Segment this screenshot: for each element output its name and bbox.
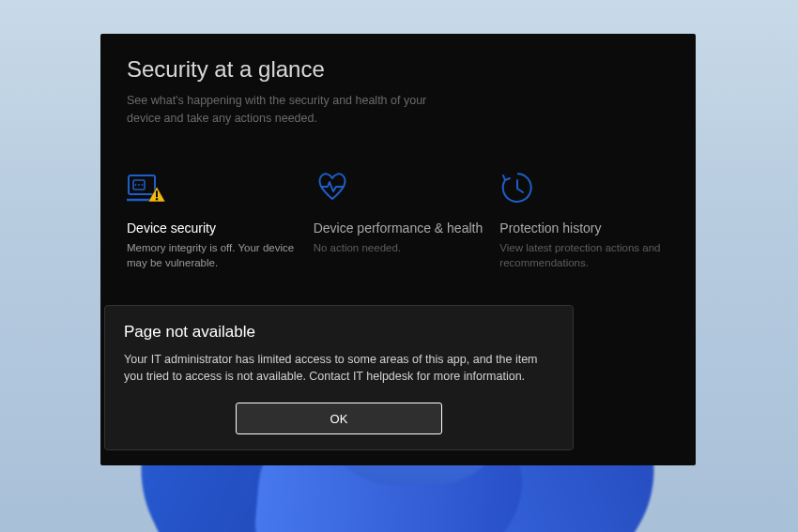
- svg-point-4: [138, 184, 140, 186]
- card-device-security[interactable]: Device security Memory integrity is off.…: [127, 169, 297, 270]
- card-device-performance[interactable]: Device performance & health No action ne…: [314, 169, 483, 270]
- card-title: Device security: [127, 220, 297, 236]
- device-security-icon: [127, 169, 297, 206]
- svg-point-3: [135, 184, 137, 186]
- card-protection-history[interactable]: Protection history View latest protectio…: [499, 169, 669, 270]
- svg-point-7: [156, 198, 158, 200]
- card-title: Protection history: [499, 220, 669, 236]
- page-title: Security at a glance: [127, 56, 669, 83]
- page-subtitle: See what's happening with the security a…: [127, 92, 446, 128]
- card-title: Device performance & health: [314, 220, 483, 236]
- card-desc: View latest protection actions and recom…: [499, 240, 669, 270]
- warning-triangle-icon: [147, 186, 166, 203]
- dialog-title: Page not available: [124, 323, 554, 342]
- card-desc: No action needed.: [314, 240, 483, 255]
- ok-button[interactable]: OK: [236, 403, 442, 434]
- device-performance-icon: [314, 169, 483, 206]
- dialog-body: Your IT administrator has limited access…: [124, 351, 554, 387]
- security-cards-row: Device security Memory integrity is off.…: [127, 169, 669, 270]
- card-desc: Memory integrity is off. Your device may…: [127, 240, 297, 270]
- page-not-available-dialog: Page not available Your IT administrator…: [104, 305, 574, 451]
- dialog-actions: OK: [124, 403, 554, 434]
- svg-line-9: [517, 189, 523, 192]
- windows-security-window: Security at a glance See what's happenin…: [100, 34, 696, 465]
- svg-point-5: [142, 184, 144, 186]
- protection-history-icon: [499, 169, 669, 206]
